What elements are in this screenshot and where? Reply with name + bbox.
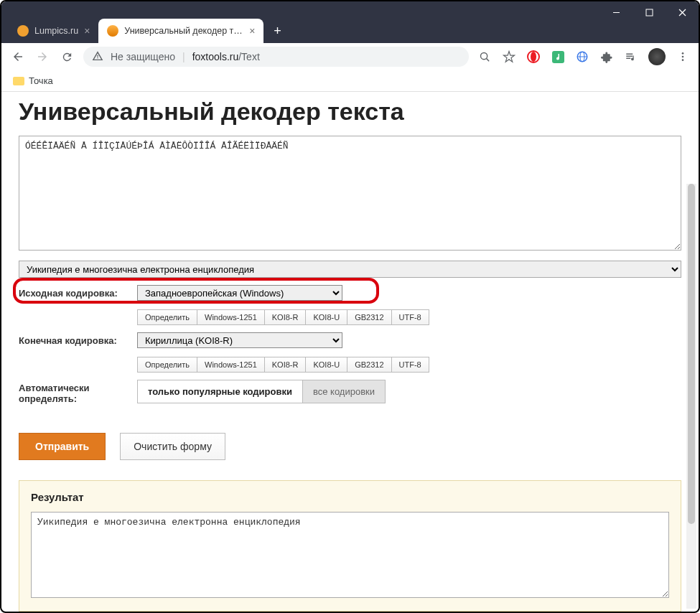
scroll-thumb[interactable] <box>688 184 695 524</box>
reload-button[interactable] <box>59 51 75 63</box>
quick-koi8r-button[interactable]: KOI8-R <box>264 309 307 325</box>
quick-win1251-button[interactable]: Windows-1251 <box>197 357 265 373</box>
source-encoding-label: Исходная кодировка: <box>19 285 137 299</box>
address-bar: Не защищено | foxtools.ru/Text <box>1 43 699 70</box>
quick-gb2312-button[interactable]: GB2312 <box>347 357 391 373</box>
new-tab-button[interactable]: + <box>263 24 291 39</box>
url-path: /Text <box>238 51 260 62</box>
result-textarea[interactable] <box>31 512 669 598</box>
target-encoding-select[interactable]: Кириллица (KOI8-R) <box>137 332 342 348</box>
folder-icon <box>13 77 24 85</box>
svg-rect-1 <box>646 9 653 16</box>
vertical-scrollbar[interactable] <box>686 184 696 609</box>
source-quick-buttons: Определить Windows-1251 KOI8-R KOI8-U GB… <box>137 309 681 325</box>
svg-line-5 <box>486 58 489 61</box>
star-icon[interactable] <box>502 50 516 64</box>
submit-button[interactable]: Отправить <box>19 433 106 460</box>
minimize-button[interactable] <box>599 1 633 23</box>
quick-koi8u-button[interactable]: KOI8-U <box>305 309 347 325</box>
favicon-icon <box>17 25 29 37</box>
target-quick-buttons: Определить Windows-1251 KOI8-R KOI8-U GB… <box>137 357 681 373</box>
quick-koi8r-button[interactable]: KOI8-R <box>264 357 307 373</box>
window-titlebar: Lumpics.ru × Универсальный декодер текст… <box>1 1 699 43</box>
quick-utf8-button[interactable]: UTF-8 <box>391 357 429 373</box>
page-content: Универсальный декодер текста Уикипедия е… <box>1 92 699 612</box>
auto-detect-toggle: только популярные кодировки все кодировк… <box>137 380 681 403</box>
all-encodings-button[interactable]: все кодировки <box>302 380 386 403</box>
svg-point-14 <box>682 59 684 61</box>
extensions-icon[interactable] <box>599 50 614 64</box>
clear-button[interactable]: Очистить форму <box>120 433 225 460</box>
favicon-icon <box>107 25 118 37</box>
toolbar-icons <box>477 48 690 65</box>
url-domain: foxtools.ru <box>192 51 239 62</box>
window-controls <box>599 1 699 23</box>
quick-win1251-button[interactable]: Windows-1251 <box>197 309 265 325</box>
opera-icon[interactable] <box>526 50 541 64</box>
action-buttons: Отправить Очистить форму <box>19 433 681 460</box>
security-label: Не защищено <box>111 51 175 62</box>
svg-point-7 <box>531 52 536 62</box>
svg-point-13 <box>682 56 684 58</box>
quick-koi8u-button[interactable]: KOI8-U <box>305 357 347 373</box>
url-field[interactable]: Не защищено | foxtools.ru/Text <box>83 47 469 67</box>
quick-gb2312-button[interactable]: GB2312 <box>347 309 391 325</box>
auto-detect-label: Автоматически определять: <box>19 380 137 404</box>
source-encoding-select[interactable]: Западноевропейская (Windows) <box>137 285 342 301</box>
input-textarea[interactable] <box>19 136 681 251</box>
svg-point-4 <box>480 52 487 59</box>
bookmarks-bar: Точка <box>1 70 699 92</box>
tab-strip: Lumpics.ru × Универсальный декодер текст… <box>9 19 291 43</box>
tab-lumpics[interactable]: Lumpics.ru × <box>9 19 98 43</box>
suggestion-select[interactable]: Уикипедия е многоезична електронна енцик… <box>19 261 681 278</box>
security-warning-icon <box>92 50 103 64</box>
playlist-icon[interactable] <box>624 50 638 64</box>
music-extension-icon[interactable] <box>551 50 565 64</box>
quick-detect-button[interactable]: Определить <box>137 309 197 325</box>
popular-encodings-button[interactable]: только популярные кодировки <box>137 380 303 403</box>
maximize-button[interactable] <box>633 1 666 23</box>
tab-title: Универсальный декодер текста <box>124 26 243 36</box>
forward-button[interactable] <box>34 50 50 63</box>
quick-utf8-button[interactable]: UTF-8 <box>391 309 429 325</box>
svg-point-12 <box>682 52 684 55</box>
close-tab-icon[interactable]: × <box>84 25 90 37</box>
back-button[interactable] <box>10 50 26 63</box>
menu-icon[interactable] <box>676 50 690 64</box>
search-icon[interactable] <box>477 50 492 64</box>
close-window-button[interactable] <box>666 1 699 23</box>
page-title: Универсальный декодер текста <box>19 98 681 126</box>
tab-foxtools[interactable]: Универсальный декодер текста × <box>98 19 263 43</box>
globe-extension-icon[interactable] <box>575 50 589 64</box>
result-panel: Результат <box>19 480 681 612</box>
quick-detect-button[interactable]: Определить <box>137 357 197 373</box>
target-encoding-label: Конечная кодировка: <box>19 332 137 346</box>
close-tab-icon[interactable]: × <box>249 25 255 37</box>
result-title: Результат <box>31 491 669 503</box>
tab-title: Lumpics.ru <box>34 26 78 36</box>
bookmark-item[interactable]: Точка <box>29 75 53 86</box>
profile-avatar[interactable] <box>648 48 666 65</box>
